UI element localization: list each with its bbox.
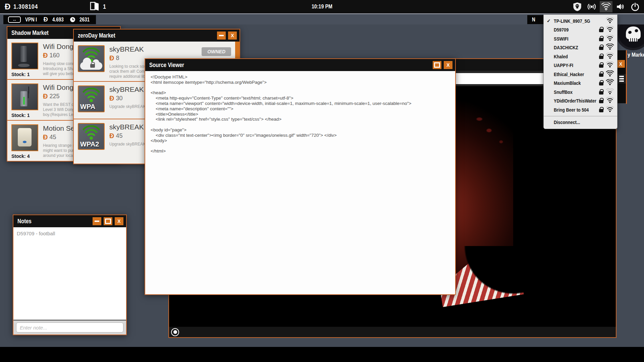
close-button[interactable]: X (115, 217, 123, 225)
currency-icon: Ð (43, 52, 48, 59)
close-button[interactable]: X (228, 32, 237, 40)
notes-window: Notes X D59709 - football (13, 215, 127, 335)
stock-label: Stock: 1 (11, 72, 30, 77)
wifi-network-meta (599, 70, 614, 78)
background-window-title: y Market (628, 51, 644, 59)
wifi-network-item[interactable]: SnuffBox (544, 87, 617, 97)
wifi-network-item[interactable]: D59709 (544, 25, 617, 35)
wifi-network-name: MaxiumBlack (554, 80, 597, 86)
close-button[interactable]: X (444, 61, 452, 69)
zeroday-market-titlebar[interactable]: zeroDay Market X (74, 29, 239, 42)
currency-icon: Ð (109, 132, 114, 140)
wifi-network-name: Khaled (554, 54, 597, 59)
price-value: 45 (49, 134, 56, 141)
signal-strength-icon (606, 106, 614, 114)
lock-icon (599, 47, 603, 50)
item-left-column: Stock: 1 (11, 83, 38, 118)
wifi-network-item[interactable]: UAPPY-FI (544, 61, 617, 70)
note-input[interactable] (16, 322, 123, 333)
currency-icon: Ð (43, 133, 48, 141)
lock-icon (599, 64, 603, 68)
stock-label: Stock: 4 (11, 154, 30, 159)
item-left-column: Stock: 1 (11, 43, 38, 77)
source-viewer-titlebar[interactable]: Source Viewer X (145, 59, 455, 71)
wifi-network-item[interactable]: Ethical_Hacker (544, 70, 617, 79)
minimize-button[interactable] (217, 32, 226, 40)
source-viewer-window: Source Viewer X <!Doctype HTML> <html it… (145, 58, 456, 295)
skybreak-icon (78, 45, 105, 72)
bottom-screen-strip (0, 347, 644, 362)
lock-icon (599, 82, 603, 85)
lock-icon (599, 29, 603, 32)
stock-label: Stock: 1 (11, 113, 30, 118)
timer-icon (70, 17, 75, 22)
broadcast-icon[interactable] (585, 1, 598, 12)
coin-icon: Ð (44, 16, 48, 23)
item-left-column: Stock: 4 (11, 124, 38, 159)
window-title: zeroDay Market (78, 32, 115, 39)
maximize-button[interactable] (104, 217, 112, 225)
wifi-tray-icon[interactable] (600, 1, 612, 12)
notes-content-area[interactable]: D59709 - football (13, 227, 126, 319)
currency-icon: Ð (109, 54, 114, 62)
tower-product-thumbnail (11, 43, 38, 69)
signal-strength-icon (606, 61, 614, 69)
wifi-network-meta (599, 53, 614, 60)
maximize-button[interactable] (433, 61, 441, 69)
signal-strength-icon (606, 44, 614, 51)
wifi-network-meta (599, 44, 614, 51)
skybreak-icon: WPA (78, 85, 105, 112)
signal-strength-icon (606, 35, 614, 43)
wifi-network-item[interactable]: SSWIFI (544, 34, 617, 43)
signal-strength-icon (606, 17, 614, 25)
vpn-label: VPN I (25, 17, 37, 23)
wifi-network-name: DA3CHICKZ (554, 45, 597, 50)
wifi-network-item[interactable]: Bring Beer to 504 (544, 105, 617, 114)
wifi-network-name: D59709 (554, 27, 597, 33)
power-icon[interactable] (629, 1, 641, 12)
background-window-menu-button[interactable] (617, 74, 626, 83)
security-skull-shield-icon[interactable] (571, 1, 584, 12)
disconnect-menu-item[interactable]: Disconnect... (544, 117, 617, 127)
owned-badge: OWNED (202, 47, 231, 56)
encryption-type-label: WPA (80, 103, 95, 111)
wifi-network-name: Ethical_Hacker (554, 71, 597, 77)
wifi-network-item[interactable]: DA3CHICKZ (544, 43, 617, 52)
item-name: skyBREAK (109, 45, 197, 53)
encryption-type-label: WPA2 (80, 140, 99, 148)
wifi-network-meta (599, 26, 614, 34)
lock-icon (90, 64, 95, 68)
clock: 10:19 PM (0, 0, 644, 13)
minimize-button[interactable] (93, 217, 101, 225)
background-window-close-button[interactable]: X (616, 60, 625, 68)
price-value: 160 (49, 52, 59, 59)
source-code-panel: <!Doctype HTML> <html itemscope itemtype… (145, 71, 455, 294)
wifi-network-item[interactable]: ✓TP-LINK_8907_5G (544, 16, 617, 25)
wifi-network-meta (599, 79, 614, 87)
vpn-status-widget[interactable]: ↔ VPN I Ð 4.693 2631 (3, 15, 96, 24)
notes-titlebar[interactable]: Notes X (13, 215, 126, 227)
status-bar: Ð 1.308104 1 10:19 PM (0, 0, 644, 13)
window-title: Source Viewer (149, 62, 184, 69)
wifi-network-item[interactable]: Khaled (544, 52, 617, 61)
desktop: Ð 1.308104 1 10:19 PM (0, 0, 644, 362)
note-text: D59709 - football (17, 231, 123, 236)
wifi-network-name: YDidIOrderThisWater (554, 98, 597, 104)
wifi-network-item[interactable]: MaxiumBlack (544, 79, 617, 88)
skull-icon (626, 26, 641, 39)
wifi-network-meta (606, 17, 614, 25)
signal-strength-icon (606, 70, 614, 78)
connected-check-icon: ✓ (547, 18, 552, 23)
signal-strength-icon (606, 53, 614, 60)
notes-footer (13, 320, 126, 335)
wifi-network-meta (599, 35, 614, 43)
wifi-network-meta (599, 61, 614, 69)
timer-value: 2631 (79, 17, 90, 23)
wifi-network-name: SnuffBox (554, 89, 597, 95)
signal-strength-icon (606, 79, 614, 87)
wifi-network-item[interactable]: YDidIOrderThisWater (544, 97, 617, 106)
speaker-icon[interactable] (614, 1, 627, 12)
wifi-network-list: ✓TP-LINK_8907_5GD59709SSWIFIDA3CHICKZKha… (544, 16, 617, 114)
signal-strength-icon (606, 26, 614, 34)
wifi-network-menu: ✓TP-LINK_8907_5GD59709SSWIFIDA3CHICKZKha… (543, 14, 618, 129)
